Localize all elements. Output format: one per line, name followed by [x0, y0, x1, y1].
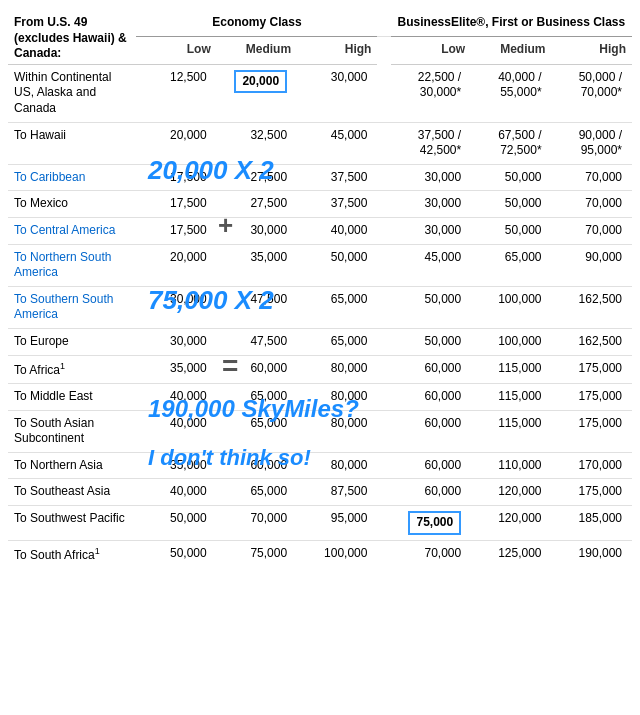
- table-row: To Europe30,00047,50065,00050,000100,000…: [8, 328, 632, 355]
- table-row: To Central America17,50030,00040,00030,0…: [8, 217, 632, 244]
- region-link[interactable]: To Northern South America: [14, 250, 111, 280]
- b_med-cell: 50,000: [471, 191, 551, 218]
- e_low-cell: 17,500: [136, 164, 216, 191]
- b_high-cell: 70,000: [552, 164, 632, 191]
- b_high-cell: 162,500: [552, 286, 632, 328]
- e_high-cell: 45,000: [297, 122, 377, 164]
- region-cell: To South Africa1: [8, 540, 136, 568]
- e_med-cell: 70,000: [217, 506, 297, 541]
- e_med-cell: 27,500: [217, 164, 297, 191]
- spacer: [377, 10, 390, 36]
- region-cell: To South Asian Subcontinent: [8, 410, 136, 452]
- spacer-cell: [377, 64, 390, 122]
- spacer-cell: [377, 286, 390, 328]
- e_high-cell: 40,000: [297, 217, 377, 244]
- table-row: To Southern South America30,00047,50065,…: [8, 286, 632, 328]
- b_low-cell: 60,000: [391, 452, 471, 479]
- biz-low-header: Low: [391, 36, 471, 64]
- region-cell: To Caribbean: [8, 164, 136, 191]
- from-header: From U.S. 49 (excludes Hawaii) & Canada:: [8, 10, 136, 64]
- e_low-cell: 12,500: [136, 64, 216, 122]
- e_med-cell: 60,000: [217, 452, 297, 479]
- b_low-cell: 60,000: [391, 355, 471, 384]
- region-cell: To Central America: [8, 217, 136, 244]
- b_low-cell: 60,000: [391, 479, 471, 506]
- e_med-cell: 75,000: [217, 540, 297, 568]
- b_high-cell: 70,000: [552, 191, 632, 218]
- e_med-cell: 60,000: [217, 355, 297, 384]
- eco-low-header: Low: [136, 36, 216, 64]
- b_high-cell: 175,000: [552, 384, 632, 411]
- table-row: To Caribbean17,50027,50037,50030,00050,0…: [8, 164, 632, 191]
- spacer-cell: [377, 328, 390, 355]
- b_low-cell: 22,500 / 30,000*: [391, 64, 471, 122]
- business-class-header: BusinessElite®, First or Business Class: [391, 10, 632, 36]
- eco-high-header: High: [297, 36, 377, 64]
- table-row: To Northern Asia35,00060,00080,00060,000…: [8, 452, 632, 479]
- b_low-cell: 30,000: [391, 191, 471, 218]
- e_high-cell: 65,000: [297, 328, 377, 355]
- main-header-row: From U.S. 49 (excludes Hawaii) & Canada:…: [8, 10, 632, 36]
- b_low-cell: 30,000: [391, 217, 471, 244]
- b_low-cell: 75,000: [391, 506, 471, 541]
- e_low-cell: 30,000: [136, 286, 216, 328]
- b_med-cell: 65,000: [471, 244, 551, 286]
- e_high-cell: 95,000: [297, 506, 377, 541]
- b_low-cell: 60,000: [391, 384, 471, 411]
- e_high-cell: 37,500: [297, 164, 377, 191]
- b_low-cell: 50,000: [391, 328, 471, 355]
- biz-med-header: Medium: [471, 36, 551, 64]
- e_low-cell: 20,000: [136, 244, 216, 286]
- e_med-cell: 20,000: [217, 64, 297, 122]
- b_high-cell: 175,000: [552, 410, 632, 452]
- e_high-cell: 65,000: [297, 286, 377, 328]
- b_low-cell: 45,000: [391, 244, 471, 286]
- e_high-cell: 80,000: [297, 452, 377, 479]
- region-link[interactable]: To Caribbean: [14, 170, 85, 184]
- e_med-cell: 32,500: [217, 122, 297, 164]
- e_high-cell: 80,000: [297, 355, 377, 384]
- spacer-cell: [377, 540, 390, 568]
- b_low-cell: 37,500 / 42,500*: [391, 122, 471, 164]
- region-cell: To Northern South America: [8, 244, 136, 286]
- region-cell: To Africa1: [8, 355, 136, 384]
- b_low-cell: 70,000: [391, 540, 471, 568]
- b_high-cell: 185,000: [552, 506, 632, 541]
- spacer2: [377, 36, 390, 64]
- region-cell: To Southeast Asia: [8, 479, 136, 506]
- e_high-cell: 80,000: [297, 384, 377, 411]
- e_low-cell: 50,000: [136, 540, 216, 568]
- table-row: Within Continental US, Alaska and Canada…: [8, 64, 632, 122]
- e_high-cell: 37,500: [297, 191, 377, 218]
- b_high-cell: 175,000: [552, 355, 632, 384]
- b_high-cell: 162,500: [552, 328, 632, 355]
- table-row: To Middle East40,00065,00080,00060,00011…: [8, 384, 632, 411]
- region-link[interactable]: To Central America: [14, 223, 115, 237]
- award-chart-body: Within Continental US, Alaska and Canada…: [8, 64, 632, 568]
- spacer-cell: [377, 506, 390, 541]
- spacer-cell: [377, 479, 390, 506]
- e_high-cell: 80,000: [297, 410, 377, 452]
- region-cell: To Southwest Pacific: [8, 506, 136, 541]
- e_low-cell: 17,500: [136, 217, 216, 244]
- b_high-cell: 70,000: [552, 217, 632, 244]
- e_high-cell: 50,000: [297, 244, 377, 286]
- e_low-cell: 40,000: [136, 410, 216, 452]
- e_low-cell: 40,000: [136, 384, 216, 411]
- economy-class-header: Economy Class: [136, 10, 377, 36]
- region-cell: To Middle East: [8, 384, 136, 411]
- b_med-cell: 115,000: [471, 355, 551, 384]
- b_high-cell: 175,000: [552, 479, 632, 506]
- table-row: To South Asian Subcontinent40,00065,0008…: [8, 410, 632, 452]
- b_high-cell: 190,000: [552, 540, 632, 568]
- e_high-cell: 100,000: [297, 540, 377, 568]
- b_low-cell: 30,000: [391, 164, 471, 191]
- e_high-cell: 87,500: [297, 479, 377, 506]
- e_med-cell: 30,000: [217, 217, 297, 244]
- region-link[interactable]: To Southern South America: [14, 292, 113, 322]
- e_med-cell: 65,000: [217, 410, 297, 452]
- region-cell: To Europe: [8, 328, 136, 355]
- table-row: To Southeast Asia40,00065,00087,50060,00…: [8, 479, 632, 506]
- b_med-cell: 40,000 / 55,000*: [471, 64, 551, 122]
- e_med-cell: 35,000: [217, 244, 297, 286]
